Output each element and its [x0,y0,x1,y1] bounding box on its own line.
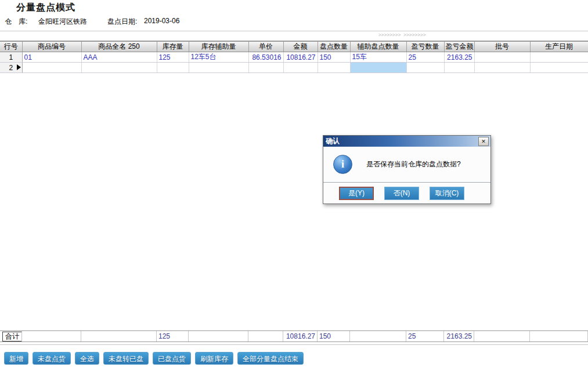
render-artifact-marks: >>>>>>>> >>>>>>>> [378,33,426,38]
grid-cell[interactable] [22,63,81,73]
grid-cell[interactable] [406,63,444,73]
action-button[interactable]: 刷新库存 [195,352,233,365]
totals-cell [81,331,157,341]
column-header[interactable]: 生产日期 [530,41,588,52]
dialog-button[interactable]: 取消(C) [430,187,464,200]
totals-cell: 150 [318,331,350,341]
totals-cell [22,331,81,341]
action-bar: 新增未盘点货全选未盘转已盘已盘点货刷新库存全部分量盘点结束 [4,352,304,365]
close-icon[interactable]: ✕ [478,137,489,146]
action-button[interactable]: 未盘转已盘 [103,352,149,365]
grid-cell[interactable]: 12车5台 [189,52,248,63]
action-button[interactable]: 全部分量盘点结束 [237,352,304,365]
totals-cell [474,331,530,341]
grid-cell[interactable] [530,63,588,73]
grid-cell[interactable] [318,63,350,73]
action-button[interactable]: 新增 [4,352,28,365]
table-row: 101AAA12512车5台86.5301610816.2715015车2521… [0,52,588,63]
dialog-button[interactable]: 否(N) [384,187,419,200]
grid-cell[interactable]: 10816.27 [283,52,318,63]
warehouse-label: 仓 库: [5,17,27,27]
totals-row: 合计12510816.27150252163.25 [0,330,588,342]
dialog-titlebar: 确认 ✕ [323,136,490,147]
inventory-grid: 行号商品编号商品全名 250库存量库存辅助量单价金额盘点数量辅助盘点数量盈亏数量… [0,41,588,73]
header-divider [0,31,588,31]
info-icon: i [333,155,352,174]
column-header[interactable]: 批号 [474,41,530,52]
dialog-message: 是否保存当前仓库的盘点数据? [366,159,461,169]
row-number-cell[interactable]: 1 [0,52,22,63]
page-title: 分量盘点模式 [16,2,75,14]
grid-cell[interactable]: 125 [157,52,189,63]
totals-label-cell: 合计 [0,331,22,341]
column-header[interactable]: 商品编号 [22,41,81,52]
column-header[interactable]: 辅助盘点数量 [350,41,406,52]
dialog-footer: 是(Y)否(N)取消(C) [323,182,490,204]
column-header[interactable]: 单价 [248,41,283,52]
count-date-label: 盘点日期: [107,17,137,27]
column-header[interactable]: 盘点数量 [318,41,350,52]
grid-cell[interactable] [530,52,588,63]
grid-cell[interactable] [474,63,530,73]
action-button[interactable]: 已盘点货 [153,352,191,365]
column-header[interactable]: 盈亏金额 [444,41,474,52]
column-header[interactable]: 库存辅助量 [189,41,248,52]
current-row-marker-icon [17,64,21,70]
action-button[interactable]: 未盘点货 [33,352,71,365]
grid-cell[interactable]: 25 [406,52,444,63]
totals-label: 合计 [2,332,22,341]
count-date-value: 2019-03-06 [144,17,179,25]
dialog-button[interactable]: 是(Y) [339,187,374,200]
grid-cell[interactable] [474,52,530,63]
totals-cell [189,331,248,341]
row-number-cell[interactable]: 2 [0,63,22,73]
totals-cell: 2163.25 [444,331,474,341]
totals-cell: 25 [406,331,444,341]
grid-cell[interactable] [81,63,157,73]
totals-cell [530,331,588,341]
grid-cell[interactable] [350,63,406,73]
column-header[interactable]: 库存量 [157,41,189,52]
table-row: 2 [0,63,588,73]
grid-cell[interactable] [157,63,189,73]
grid-cell[interactable]: 01 [22,52,81,63]
column-header[interactable]: 盈亏数量 [406,41,444,52]
totals-cell [248,331,283,341]
totals-cell: 125 [157,331,189,341]
totals-cell [350,331,406,341]
dialog-title: 确认 [326,136,340,146]
dialog-body: i 是否保存当前仓库的盘点数据? [323,147,490,182]
column-header[interactable]: 行号 [0,41,22,52]
grid-cell[interactable] [444,63,474,73]
grid-cell[interactable] [189,63,248,73]
column-header[interactable]: 金额 [283,41,318,52]
grid-cell[interactable]: AAA [81,52,157,63]
grid-cell[interactable] [283,63,318,73]
action-button[interactable]: 全选 [75,352,99,365]
grid-cell[interactable]: 150 [318,52,350,63]
bottom-divider [0,344,588,345]
confirm-dialog: 确认 ✕ i 是否保存当前仓库的盘点数据? 是(Y)否(N)取消(C) [323,135,491,204]
totals-cell: 10816.27 [283,331,318,341]
info-icon-glyph: i [341,158,344,170]
grid-cell[interactable]: 2163.25 [444,52,474,63]
grid-cell[interactable] [248,63,283,73]
grid-header-row: 行号商品编号商品全名 250库存量库存辅助量单价金额盘点数量辅助盘点数量盈亏数量… [0,41,588,52]
grid-cell[interactable]: 86.53016 [248,52,283,63]
column-header[interactable]: 商品全名 250 [81,41,157,52]
warehouse-value: 金阳旺河区铁路 [38,17,87,27]
grid-cell[interactable]: 15车 [350,52,406,63]
